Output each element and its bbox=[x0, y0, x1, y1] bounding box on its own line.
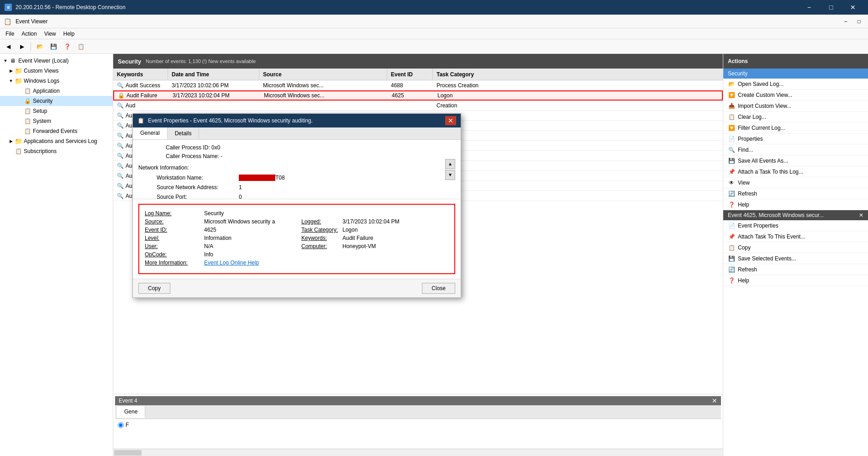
section2-close[interactable]: ✕ bbox=[859, 212, 863, 218]
menu-file[interactable]: File bbox=[2, 28, 18, 39]
action-import-custom-view[interactable]: 📥 Import Custom View... bbox=[723, 101, 868, 111]
row-icon-6: 🔍 bbox=[117, 143, 124, 149]
action-attach-task-event[interactable]: 📌 Attach Task To This Event... bbox=[723, 231, 868, 242]
actions-section1-title[interactable]: Security bbox=[723, 69, 868, 79]
logged-value: 3/17/2023 10:02:04 PM bbox=[342, 218, 449, 225]
computer-label: Computer: bbox=[301, 243, 342, 249]
toolbar-save[interactable]: 💾 bbox=[47, 41, 60, 53]
sidebar-item-windows-logs[interactable]: ▼ 📁 Windows Logs bbox=[0, 76, 113, 86]
close-button[interactable]: ✕ bbox=[842, 0, 863, 15]
sidebar-item-subscriptions[interactable]: 📋 Subscriptions bbox=[0, 146, 113, 156]
minimize-button[interactable]: − bbox=[799, 0, 820, 15]
info-row-more-info: More Information: Event Log Online Help bbox=[145, 260, 449, 266]
menu-action[interactable]: Action bbox=[18, 28, 40, 39]
maximize-button[interactable]: □ bbox=[821, 0, 842, 15]
app-max-button[interactable]: □ bbox=[854, 18, 864, 25]
action-help-1[interactable]: ❓ Help bbox=[723, 199, 868, 210]
dialog-tabs: General Details bbox=[133, 127, 461, 140]
sidebar-item-root[interactable]: ▼ 🖥 Event Viewer (Local) bbox=[0, 56, 113, 66]
expand-custom[interactable]: ▶ bbox=[7, 67, 15, 74]
action-save-selected-events[interactable]: 💾 Save Selected Events... bbox=[723, 253, 868, 264]
expand-winlogs[interactable]: ▼ bbox=[7, 77, 15, 85]
import-custom-view-icon: 📥 bbox=[728, 102, 735, 110]
scroll-down-button[interactable]: ▼ bbox=[445, 170, 455, 180]
preview-tab-general[interactable]: Gene bbox=[117, 406, 145, 418]
logged-col: Logged: 3/17/2023 10:02:04 PM bbox=[301, 218, 449, 227]
dialog-scroll-area[interactable]: Caller Process ID: 0x0 Caller Process Na… bbox=[133, 140, 461, 199]
app-icon: 🖥 bbox=[5, 4, 12, 11]
window-controls[interactable]: − □ ✕ bbox=[799, 0, 863, 15]
sidebar-item-apps-services[interactable]: ▶ 📁 Applications and Services Log bbox=[0, 136, 113, 146]
event-info-table: Log Name: Security Source: Microsoft Win… bbox=[138, 204, 455, 274]
col-datetime[interactable]: Date and Time bbox=[168, 69, 259, 80]
action-attach-task-log[interactable]: 📌 Attach a Task To this Log... bbox=[723, 166, 868, 177]
expand-root[interactable]: ▼ bbox=[2, 57, 9, 64]
col-eventid[interactable]: Event ID bbox=[387, 69, 433, 80]
h-scroll-thumb[interactable] bbox=[114, 450, 142, 456]
horizontal-scrollbar[interactable] bbox=[113, 449, 723, 456]
event-preview-header: Event 4 ✕ bbox=[115, 396, 721, 405]
table-row[interactable]: 🔒 Audit Failure 3/17/2023 10:02:04 PM Mi… bbox=[113, 90, 723, 101]
scroll-up-button[interactable]: ▲ bbox=[445, 159, 455, 169]
sidebar-item-forwarded[interactable]: 📋 Forwarded Events bbox=[0, 126, 113, 136]
eventid-label: Event ID: bbox=[145, 227, 204, 233]
dialog-close-button-footer[interactable]: Close bbox=[422, 283, 455, 294]
action-save-all-events[interactable]: 💾 Save All Events As... bbox=[723, 155, 868, 166]
toolbar-back[interactable]: ◀ bbox=[2, 41, 15, 53]
cell-category-1: Logon bbox=[434, 92, 722, 99]
action-help-2[interactable]: ❓ Help bbox=[723, 275, 868, 286]
menu-view[interactable]: View bbox=[41, 28, 60, 39]
event-log-online-help-link[interactable]: Event Log Online Help bbox=[204, 260, 259, 266]
dialog-tab-details[interactable]: Details bbox=[168, 127, 200, 139]
action-properties[interactable]: 📄 Properties bbox=[723, 133, 868, 144]
dialog-close-button[interactable]: ✕ bbox=[445, 116, 456, 125]
action-copy[interactable]: 📋 Copy bbox=[723, 242, 868, 253]
preview-close-button[interactable]: ✕ bbox=[712, 397, 717, 404]
menu-help[interactable]: Help bbox=[60, 28, 79, 39]
table-row[interactable]: 🔍Aud Creation bbox=[113, 101, 723, 111]
col-keywords[interactable]: Keywords bbox=[113, 69, 168, 80]
action-clear-log[interactable]: 📋 Clear Log... bbox=[723, 111, 868, 122]
refresh-1-icon: 🔄 bbox=[728, 190, 735, 197]
action-refresh-2[interactable]: 🔄 Refresh bbox=[723, 264, 868, 275]
log-header: Security Number of events: 1,130 (!) New… bbox=[113, 54, 723, 69]
expand-system bbox=[16, 117, 24, 125]
row-icon-9: 🔍 bbox=[117, 173, 124, 179]
preview-radio[interactable]: F bbox=[118, 422, 718, 428]
action-view[interactable]: 👁 View bbox=[723, 177, 868, 188]
apps-services-icon: 📁 bbox=[15, 138, 22, 145]
toolbar-forward[interactable]: ▶ bbox=[16, 41, 28, 53]
sidebar-item-setup[interactable]: 📋 Setup bbox=[0, 106, 113, 116]
workstation-name-value: T08 bbox=[275, 174, 285, 182]
action-find[interactable]: 🔍 Find... bbox=[723, 144, 868, 155]
action-open-saved-log[interactable]: 📂 Open Saved Log... bbox=[723, 79, 868, 90]
toolbar-open[interactable]: 📂 bbox=[33, 41, 46, 53]
source-network-label: Source Network Address: bbox=[157, 183, 239, 192]
dialog-copy-button[interactable]: Copy bbox=[138, 283, 170, 294]
action-refresh-1[interactable]: 🔄 Refresh bbox=[723, 188, 868, 199]
col-category[interactable]: Task Category bbox=[433, 69, 723, 80]
toolbar-help[interactable]: ❓ bbox=[61, 41, 74, 53]
source-port-label: Source Port: bbox=[157, 193, 239, 199]
action-event-properties[interactable]: 📄 Event Properties bbox=[723, 220, 868, 231]
sidebar-item-system[interactable]: 📋 System bbox=[0, 116, 113, 126]
sidebar-item-security[interactable]: 🔒 Security bbox=[0, 96, 113, 106]
cell-category-7: Creation bbox=[433, 153, 723, 159]
actions-section2-title[interactable]: Event 4625, Microsoft Windows secur... ✕ bbox=[723, 210, 868, 220]
dialog-tab-general[interactable]: General bbox=[133, 127, 168, 139]
action-create-custom-view[interactable]: 🔽 Create Custom View... bbox=[723, 90, 868, 101]
table-row[interactable]: 🔍 Audit Success 3/17/2023 10:02:06 PM Mi… bbox=[113, 80, 723, 90]
cell-source-0: Microsoft Windows sec... bbox=[259, 82, 387, 89]
sidebar-item-custom-views[interactable]: ▶ 📁 Custom Views bbox=[0, 66, 113, 76]
apps-services-label: Applications and Services Log bbox=[24, 138, 97, 144]
root-label: Event Viewer (Local) bbox=[18, 58, 69, 64]
properties-icon: 📄 bbox=[728, 135, 735, 143]
col-source[interactable]: Source bbox=[259, 69, 387, 80]
keywords-label: Keywords: bbox=[301, 235, 342, 241]
preview-radio-input[interactable] bbox=[118, 422, 124, 428]
toolbar-extra[interactable]: 📋 bbox=[74, 41, 87, 53]
sidebar-item-application[interactable]: 📋 Application bbox=[0, 86, 113, 96]
expand-apps[interactable]: ▶ bbox=[7, 138, 15, 145]
action-filter-log[interactable]: 🔽 Filter Current Log... bbox=[723, 122, 868, 133]
app-min-button[interactable]: − bbox=[841, 18, 851, 25]
